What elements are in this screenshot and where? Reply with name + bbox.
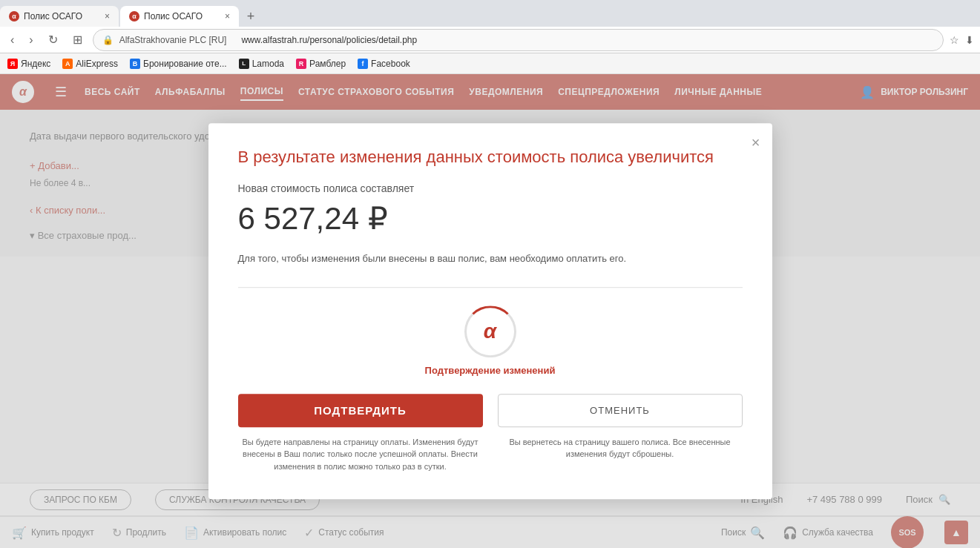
loading-spinner: α [464, 306, 516, 357]
spinner-area: α Подтверждение изменений [238, 306, 743, 376]
modal-close-button[interactable]: × [752, 135, 760, 150]
cancel-note: Вы вернетесь на страницу вашего полиса. … [498, 436, 743, 460]
bookmark-lamoda[interactable]: L Lamoda [239, 59, 284, 69]
modal-subtitle: Новая стоимость полиса составляет [238, 182, 743, 194]
cancel-column: ОТМЕНИТЬ Вы вернетесь на страницу вашего… [498, 394, 743, 460]
download-icon[interactable]: ⬇ [965, 34, 974, 46]
spinner-label: Подтверждение изменений [425, 365, 556, 376]
modal-price: 6 527,24 ₽ [238, 200, 743, 237]
bookmark-yandex[interactable]: Я Яндекс [7, 59, 50, 69]
spinner-icon: α [484, 320, 496, 343]
lamoda-icon: L [239, 59, 249, 69]
modal-dialog: × В результате изменения данных стоимост… [208, 123, 772, 500]
fb-icon: f [358, 59, 368, 69]
tab-2-close[interactable]: × [219, 11, 230, 22]
hotel-label: Бронирование оте... [143, 59, 227, 69]
modal-divider [238, 287, 743, 288]
cancel-button[interactable]: ОТМЕНИТЬ [498, 394, 743, 427]
reload-button[interactable]: ↻ [44, 31, 62, 48]
back-button[interactable]: ‹ [6, 32, 19, 48]
bookmark-facebook[interactable]: f Facebook [358, 59, 410, 69]
lamoda-label: Lamoda [252, 59, 284, 69]
tab-1-close[interactable]: × [99, 11, 110, 22]
tab-1[interactable]: α Полис ОСАГО × [0, 6, 119, 27]
forward-button[interactable]: › [24, 32, 37, 48]
yandex-icon: Я [7, 59, 18, 69]
home-button[interactable]: ⊞ [68, 31, 87, 48]
rambler-label: Рамблер [309, 59, 346, 69]
confirm-button[interactable]: ПОДТВЕРДИТЬ [238, 394, 483, 427]
bookmark-hotel[interactable]: B Бронирование оте... [130, 59, 227, 69]
lock-icon: 🔒 [102, 35, 114, 45]
yandex-label: Яндекс [21, 59, 50, 69]
rambler-icon: R [296, 59, 306, 69]
new-tab-button[interactable]: + [240, 6, 261, 27]
modal-title: В результате изменения данных стоимость … [238, 147, 743, 168]
hotel-icon: B [130, 59, 140, 69]
fb-label: Facebook [371, 59, 410, 69]
tab-2[interactable]: α Полис ОСАГО × [120, 6, 239, 27]
protocol-label: AlfaStrakhovanie PLC [RU] [119, 35, 227, 45]
ali-icon: A [62, 59, 73, 69]
bookmark-icon[interactable]: ☆ [950, 34, 959, 46]
tab-2-label: Полис ОСАГО [144, 11, 203, 22]
url-input[interactable] [232, 32, 934, 48]
modal-actions: ПОДТВЕРДИТЬ Вы будете направлены на стра… [238, 394, 743, 473]
modal-description: Для того, чтобы изменения были внесены в… [238, 251, 743, 266]
tab-1-label: Полис ОСАГО [24, 11, 82, 22]
bookmark-aliexpress[interactable]: A AliExpress [62, 59, 118, 69]
confirm-column: ПОДТВЕРДИТЬ Вы будете направлены на стра… [238, 394, 483, 473]
tab-2-icon: α [129, 11, 139, 22]
confirm-note: Вы будете направлены на страницу оплаты.… [238, 436, 483, 473]
bookmark-rambler[interactable]: R Рамблер [296, 59, 346, 69]
tab-1-icon: α [9, 11, 19, 22]
ali-label: AliExpress [76, 59, 118, 69]
